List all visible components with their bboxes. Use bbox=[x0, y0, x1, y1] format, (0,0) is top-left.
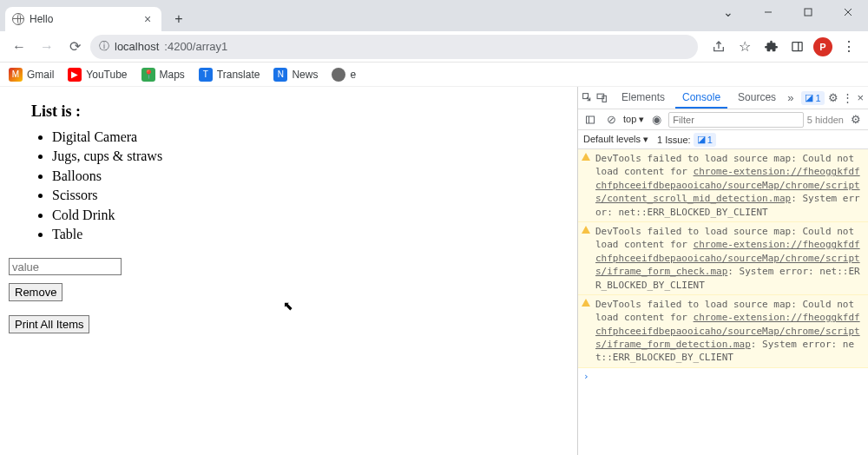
chevron-down-icon[interactable]: ⌄ bbox=[708, 0, 748, 24]
mouse-cursor-icon: ⬉ bbox=[283, 299, 293, 313]
bookmark-label: Translate bbox=[217, 69, 260, 81]
list-item: Jugs, cups & straws bbox=[52, 147, 569, 166]
console-warning-row: DevTools failed to load source map: Coul… bbox=[578, 149, 868, 222]
new-tab-button[interactable]: + bbox=[167, 7, 191, 31]
side-panel-icon[interactable] bbox=[785, 35, 809, 59]
devtools-tab-elements[interactable]: Elements bbox=[615, 88, 672, 109]
list-item: Table bbox=[52, 225, 569, 244]
profile-avatar[interactable]: P bbox=[811, 35, 835, 59]
console-warning-row: DevTools failed to load source map: Coul… bbox=[578, 222, 868, 295]
bookmark-star-icon[interactable]: ☆ bbox=[733, 35, 757, 59]
console-gear-icon[interactable]: ⚙ bbox=[847, 111, 865, 129]
issues-link[interactable]: 1 Issue: ◪ 1 bbox=[657, 133, 716, 147]
remove-button[interactable]: Remove bbox=[9, 283, 62, 301]
bookmark-e[interactable]: e bbox=[332, 68, 356, 82]
extensions-icon[interactable] bbox=[759, 35, 783, 59]
bookmark-youtube[interactable]: ▶YouTube bbox=[68, 68, 127, 82]
window-maximize-button[interactable] bbox=[788, 0, 828, 24]
reload-button[interactable]: ⟳ bbox=[62, 35, 87, 59]
print-all-button[interactable]: Print All Items bbox=[9, 315, 89, 333]
tab-strip: Hello × + ⌄ bbox=[0, 0, 868, 31]
list-item: Cold Drink bbox=[52, 206, 569, 225]
list-item: Balloons bbox=[52, 167, 569, 186]
error-count-badge[interactable]: ◪ 1 bbox=[801, 91, 824, 105]
bookmarks-bar: MGmail▶YouTube📍MapsTTranslateNNewse bbox=[0, 63, 868, 87]
hidden-count-text: 5 hidden bbox=[807, 115, 844, 125]
list-heading: List is : bbox=[31, 102, 569, 121]
page-content: List is : Digital CameraJugs, cups & str… bbox=[0, 87, 577, 455]
share-icon[interactable] bbox=[707, 35, 731, 59]
sourcemap-link[interactable]: chrome-extension://fheoggkfdfchfphceeifd… bbox=[595, 239, 860, 277]
youtube-icon: ▶ bbox=[68, 68, 82, 82]
list-item: Digital Camera bbox=[52, 128, 569, 147]
bookmark-label: YouTube bbox=[86, 69, 127, 81]
toolbar: ← → ⟳ ⓘ localhost:4200/array1 ☆ P ⋮ bbox=[0, 31, 868, 63]
svg-rect-9 bbox=[587, 116, 595, 123]
translate-icon: T bbox=[199, 68, 213, 82]
eye-icon[interactable]: ◉ bbox=[648, 111, 665, 129]
gmail-icon: M bbox=[9, 68, 23, 82]
devtools-kebab-icon[interactable]: ⋮ bbox=[842, 89, 853, 107]
tab-title: Hello bbox=[30, 13, 53, 25]
warning-icon bbox=[582, 226, 590, 234]
bookmark-label: News bbox=[292, 69, 318, 81]
bookmark-gmail[interactable]: MGmail bbox=[9, 68, 54, 82]
globe-icon bbox=[12, 13, 24, 25]
url-rest: :4200/array1 bbox=[164, 40, 227, 53]
bookmark-label: Gmail bbox=[27, 69, 54, 81]
devtools-panel: ElementsConsoleSources » ◪ 1 ⚙ ⋮ × ⊘ top… bbox=[577, 87, 868, 455]
inspect-icon[interactable] bbox=[582, 89, 593, 107]
list-item: Scissors bbox=[52, 186, 569, 205]
devtools-gear-icon[interactable]: ⚙ bbox=[828, 89, 838, 107]
warning-icon bbox=[582, 153, 590, 161]
site-info-icon[interactable]: ⓘ bbox=[99, 39, 109, 54]
back-button[interactable]: ← bbox=[7, 35, 31, 59]
context-selector[interactable]: top ▾ bbox=[623, 114, 644, 125]
bookmark-news[interactable]: NNews bbox=[273, 68, 318, 82]
bookmark-translate[interactable]: TTranslate bbox=[199, 68, 260, 82]
window-minimize-button[interactable] bbox=[748, 0, 788, 24]
tab-close-icon[interactable]: × bbox=[141, 12, 155, 26]
window-close-button[interactable] bbox=[828, 0, 868, 24]
maps-icon: 📍 bbox=[141, 68, 155, 82]
bookmark-label: e bbox=[350, 69, 356, 81]
device-toggle-icon[interactable] bbox=[596, 89, 608, 107]
kebab-menu-icon[interactable]: ⋮ bbox=[837, 35, 861, 59]
filter-input[interactable] bbox=[668, 112, 803, 128]
url-host: localhost bbox=[115, 40, 159, 53]
browser-tab[interactable]: Hello × bbox=[5, 7, 161, 31]
sourcemap-link[interactable]: chrome-extension://fheoggkfdfchfphceeifd… bbox=[595, 312, 860, 350]
value-input[interactable] bbox=[9, 258, 122, 275]
news-icon: N bbox=[273, 68, 287, 82]
forward-button[interactable]: → bbox=[35, 35, 59, 59]
devtools-tab-console[interactable]: Console bbox=[675, 88, 727, 109]
items-list: Digital CameraJugs, cups & strawsBalloon… bbox=[9, 128, 569, 244]
sourcemap-link[interactable]: chrome-extension://fheoggkfdfchfphceeifd… bbox=[595, 166, 860, 204]
log-levels-selector[interactable]: Default levels ▾ bbox=[583, 134, 648, 145]
clear-console-icon[interactable]: ⊘ bbox=[602, 111, 620, 129]
bookmark-maps[interactable]: 📍Maps bbox=[141, 68, 185, 82]
sidebar-toggle-icon[interactable] bbox=[582, 111, 599, 129]
devtools-close-icon[interactable]: × bbox=[857, 89, 865, 107]
e-icon bbox=[332, 68, 345, 82]
console-warning-row: DevTools failed to load source map: Coul… bbox=[578, 295, 868, 368]
address-bar[interactable]: ⓘ localhost:4200/array1 bbox=[90, 35, 698, 59]
svg-rect-1 bbox=[805, 9, 812, 16]
overflow-tabs-icon[interactable]: » bbox=[786, 89, 794, 107]
devtools-tab-sources[interactable]: Sources bbox=[731, 88, 783, 109]
warning-icon bbox=[582, 299, 590, 307]
console-prompt[interactable]: › bbox=[578, 368, 868, 385]
bookmark-label: Maps bbox=[160, 69, 185, 81]
svg-rect-4 bbox=[792, 43, 801, 51]
